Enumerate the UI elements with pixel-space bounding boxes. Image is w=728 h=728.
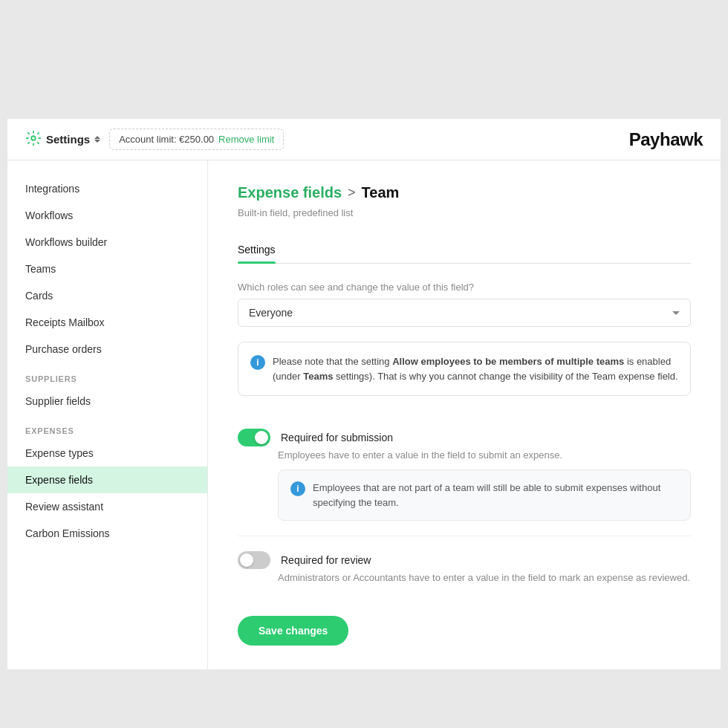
breadcrumb: Expense fields > Team — [238, 184, 691, 201]
sidebar: Integrations Workflows Workflows builder… — [7, 160, 208, 669]
settings-chevron-icon — [94, 136, 100, 143]
breadcrumb-current: Team — [362, 184, 400, 201]
sidebar-item-workflows[interactable]: Workflows — [7, 202, 207, 229]
chevron-down-icon — [672, 311, 680, 315]
toggle-submission[interactable] — [238, 429, 270, 446]
info-box-text: Please note that the setting Allow emplo… — [273, 354, 678, 383]
nested-info-icon: i — [290, 481, 305, 496]
sidebar-item-workflows-builder[interactable]: Workflows builder — [7, 229, 207, 256]
content-area: Expense fields > Team Built-in field, pr… — [208, 160, 721, 669]
remove-limit-link[interactable]: Remove limit — [218, 134, 274, 145]
roles-label: Which roles can see and change the value… — [238, 282, 691, 293]
nested-info-box: i Employees that are not part of a team … — [278, 469, 691, 521]
sidebar-item-carbon-emissions[interactable]: Carbon Emissions — [7, 520, 207, 547]
toggle-review[interactable] — [238, 551, 270, 569]
toggle-submission-desc: Employees have to enter a value in the f… — [278, 449, 691, 461]
toggle-row-review: Required for review Administrators or Ac… — [238, 536, 691, 598]
roles-select[interactable]: Everyone — [238, 299, 691, 327]
breadcrumb-parent[interactable]: Expense fields — [238, 184, 342, 201]
sidebar-item-integrations[interactable]: Integrations — [7, 175, 207, 202]
gear-icon — [25, 130, 42, 149]
visibility-info-box: i Please note that the setting Allow emp… — [238, 342, 691, 396]
account-limit-badge: Account limit: €250.00 Remove limit — [109, 129, 284, 150]
sidebar-item-receipts-mailbox[interactable]: Receipts Mailbox — [7, 309, 207, 336]
save-changes-button[interactable]: Save changes — [238, 616, 348, 646]
svg-point-0 — [31, 136, 36, 140]
toggle-submission-label: Required for submission — [281, 432, 393, 443]
settings-label: Settings — [46, 133, 90, 146]
top-bar: Settings Account limit: €250.00 Remove l… — [7, 119, 721, 160]
sidebar-item-expense-fields[interactable]: Expense fields — [7, 467, 207, 493]
sidebar-section-suppliers: SUPPLIERS — [7, 363, 207, 388]
settings-menu[interactable]: Settings — [25, 130, 100, 149]
sidebar-item-supplier-fields[interactable]: Supplier fields — [7, 388, 207, 415]
sidebar-item-review-assistant[interactable]: Review assistant — [7, 493, 207, 520]
sidebar-section-expenses: EXPENSES — [7, 415, 207, 440]
breadcrumb-separator: > — [348, 185, 356, 201]
brand-logo: Payhawk — [629, 129, 703, 150]
toggle-review-label: Required for review — [281, 554, 371, 566]
toggle-review-desc: Administrators or Accountants have to en… — [278, 572, 691, 583]
sidebar-item-expense-types[interactable]: Expense types — [7, 440, 207, 467]
page-subtitle: Built-in field, predefined list — [238, 207, 691, 218]
tabs: Settings — [238, 236, 691, 264]
toggle-row-submission: Required for submission Employees have t… — [238, 414, 691, 536]
tab-settings[interactable]: Settings — [238, 236, 276, 263]
info-icon: i — [250, 355, 265, 370]
sidebar-item-cards[interactable]: Cards — [7, 282, 207, 309]
nested-info-text: Employees that are not part of a team wi… — [313, 481, 678, 510]
sidebar-item-purchase-orders[interactable]: Purchase orders — [7, 336, 207, 363]
roles-value: Everyone — [249, 307, 293, 319]
main-layout: Integrations Workflows Workflows builder… — [7, 160, 721, 669]
sidebar-item-teams[interactable]: Teams — [7, 256, 207, 282]
account-limit-text: Account limit: €250.00 — [119, 134, 214, 145]
